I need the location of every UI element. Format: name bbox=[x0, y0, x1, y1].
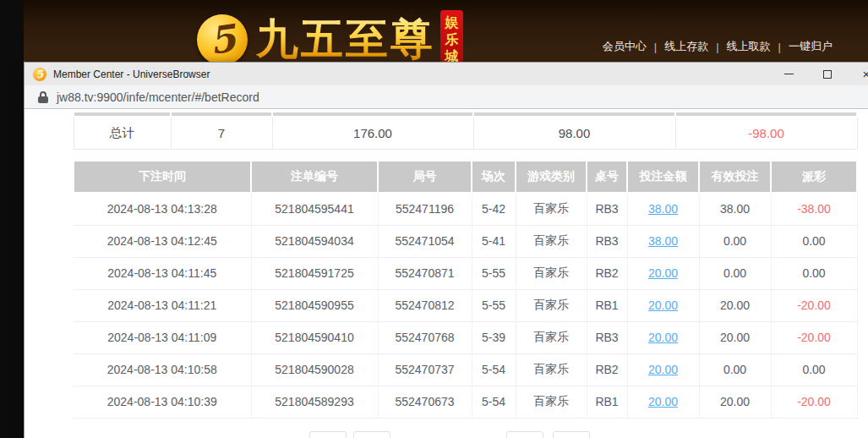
cell-game: 百家乐 bbox=[516, 353, 587, 386]
cell-table_no: RB1 bbox=[587, 289, 627, 321]
window-title: Member Center - UniverseBrowser bbox=[53, 68, 210, 80]
cell-bet_amount: 20.00 bbox=[627, 289, 699, 321]
table-row: 2024-08-13 04:11:21521804590955552470812… bbox=[74, 289, 857, 321]
pagination-button[interactable] bbox=[353, 431, 390, 438]
cell-session: 5-42 bbox=[472, 193, 516, 225]
browser-favicon-icon: 5 bbox=[33, 68, 46, 81]
cell-valid_bet: 20.00 bbox=[699, 289, 771, 321]
browser-titlebar[interactable]: 5 Member Center - UniverseBrowser × bbox=[25, 63, 868, 85]
cell-game: 百家乐 bbox=[516, 257, 587, 289]
bet-amount-link[interactable]: 20.00 bbox=[648, 331, 678, 344]
maximize-button[interactable] bbox=[816, 63, 839, 85]
pagination-button[interactable] bbox=[553, 431, 590, 438]
column-header-bet_amount: 投注金额 bbox=[627, 161, 699, 193]
badge-char: 乐 bbox=[445, 31, 459, 48]
column-header-session: 场次 bbox=[472, 161, 516, 193]
table-row: 2024-08-13 04:13:28521804595441552471196… bbox=[74, 193, 857, 225]
cell-time: 2024-08-13 04:11:21 bbox=[74, 289, 251, 321]
cell-valid_bet: 0.00 bbox=[699, 353, 771, 386]
bet-table-header-row: 下注时间注单编号局号场次游戏类别桌号投注金额有效投注派彩 bbox=[74, 161, 857, 193]
cell-valid_bet: 0.00 bbox=[699, 257, 771, 289]
minimize-button[interactable] bbox=[777, 63, 800, 85]
bet-amount-link[interactable]: 20.00 bbox=[648, 395, 678, 408]
site-nav: 会员中心|线上存款|线上取款|一键归户 bbox=[603, 39, 833, 54]
bet-amount-link[interactable]: 20.00 bbox=[648, 363, 678, 376]
casino-logo-text: 九五至尊 bbox=[256, 11, 435, 62]
cell-bet_id: 521804589293 bbox=[251, 386, 378, 418]
cell-table_no: RB3 bbox=[587, 225, 627, 257]
cell-bet_id: 521804591725 bbox=[251, 257, 378, 289]
url-text[interactable]: jw88.tv:9900/infe/mcenter/#/betRecord bbox=[57, 90, 259, 104]
table-row: 2024-08-13 04:11:09521804590410552470768… bbox=[74, 321, 857, 353]
bet-amount-link[interactable]: 38.00 bbox=[648, 234, 678, 248]
cell-table_no: RB2 bbox=[587, 257, 627, 289]
cell-table_no: RB1 bbox=[587, 386, 627, 418]
table-row: 2024-08-13 04:12:45521804594034552471054… bbox=[74, 225, 857, 257]
cell-round: 552470871 bbox=[378, 257, 472, 289]
cell-bet_amount: 38.00 bbox=[627, 193, 699, 225]
column-header-payout: 派彩 bbox=[771, 161, 857, 193]
page-content: 总计7176.0098.00-98.00 下注时间注单编号局号场次游戏类别桌号投… bbox=[25, 109, 868, 438]
bet-amount-link[interactable]: 20.00 bbox=[648, 298, 678, 312]
cell-game: 百家乐 bbox=[516, 321, 587, 353]
cell-payout: 0.00 bbox=[771, 353, 857, 386]
column-header-bet_id: 注单编号 bbox=[251, 161, 378, 193]
close-button[interactable]: × bbox=[854, 63, 868, 85]
cell-round: 552470768 bbox=[378, 321, 472, 353]
summary-cell: 98.00 bbox=[473, 117, 675, 149]
nav-separator: | bbox=[716, 41, 718, 53]
cell-bet_amount: 20.00 bbox=[627, 321, 699, 353]
cell-valid_bet: 20.00 bbox=[699, 386, 771, 418]
table-row: 2024-08-13 04:10:39521804589293552470673… bbox=[74, 386, 857, 418]
nav-item-4[interactable]: 一键归户 bbox=[789, 39, 833, 54]
column-header-round: 局号 bbox=[378, 161, 472, 193]
cell-game: 百家乐 bbox=[516, 289, 587, 321]
pagination-button[interactable] bbox=[309, 431, 347, 438]
summary-cell: 总计 bbox=[74, 117, 171, 149]
column-header-time: 下注时间 bbox=[74, 161, 251, 193]
cell-table_no: RB2 bbox=[587, 353, 627, 386]
cell-time: 2024-08-13 04:10:58 bbox=[74, 353, 251, 386]
nav-separator: | bbox=[778, 41, 781, 53]
pagination-button[interactable] bbox=[506, 431, 543, 438]
minimize-icon bbox=[784, 74, 794, 74]
nav-item-1[interactable]: 会员中心 bbox=[603, 39, 647, 54]
nav-separator: | bbox=[654, 41, 657, 53]
bet-record-table: 下注时间注单编号局号场次游戏类别桌号投注金额有效投注派彩 2024-08-13 … bbox=[73, 160, 858, 419]
cell-session: 5-54 bbox=[472, 353, 516, 386]
cell-payout: -20.00 bbox=[771, 321, 857, 353]
cell-round: 552470737 bbox=[378, 353, 472, 386]
close-icon: × bbox=[863, 68, 868, 80]
cell-session: 5-39 bbox=[472, 321, 516, 353]
cell-session: 5-54 bbox=[472, 386, 516, 418]
cell-session: 5-41 bbox=[472, 225, 516, 257]
casino-logo-circle-icon: 5 bbox=[197, 14, 248, 62]
cell-time: 2024-08-13 04:13:28 bbox=[74, 193, 251, 225]
cell-time: 2024-08-13 04:11:45 bbox=[74, 257, 251, 289]
cell-table_no: RB3 bbox=[587, 193, 627, 225]
badge-char: 娱 bbox=[445, 14, 459, 31]
summary-row: 总计7176.0098.00-98.00 bbox=[74, 117, 857, 149]
bet-amount-link[interactable]: 38.00 bbox=[648, 202, 678, 216]
bet-amount-link[interactable]: 20.00 bbox=[648, 266, 678, 280]
cell-bet_id: 521804590028 bbox=[251, 353, 378, 386]
cell-valid_bet: 0.00 bbox=[699, 225, 771, 257]
cell-round: 552470812 bbox=[378, 289, 472, 321]
nav-item-2[interactable]: 线上存款 bbox=[664, 39, 708, 54]
cell-round: 552470673 bbox=[378, 386, 472, 418]
cell-bet_id: 521804590955 bbox=[251, 289, 378, 321]
lock-icon bbox=[38, 91, 48, 103]
summary-cell: 176.00 bbox=[272, 117, 473, 149]
cell-game: 百家乐 bbox=[516, 193, 587, 225]
summary-cell: -98.00 bbox=[675, 117, 857, 149]
browser-urlbar[interactable]: jw88.tv:9900/infe/mcenter/#/betRecord bbox=[25, 85, 868, 109]
cell-bet_amount: 20.00 bbox=[627, 257, 699, 289]
cell-round: 552471196 bbox=[378, 193, 472, 225]
nav-item-3[interactable]: 线上取款 bbox=[727, 39, 771, 54]
cell-valid_bet: 20.00 bbox=[699, 321, 771, 353]
cell-payout: 0.00 bbox=[771, 257, 857, 289]
casino-logo-badge: 娱乐城 bbox=[440, 10, 463, 62]
browser-window: 5 Member Center - UniverseBrowser × jw88… bbox=[24, 62, 868, 438]
column-header-valid_bet: 有效投注 bbox=[699, 161, 771, 193]
cell-bet_amount: 20.00 bbox=[627, 386, 699, 418]
